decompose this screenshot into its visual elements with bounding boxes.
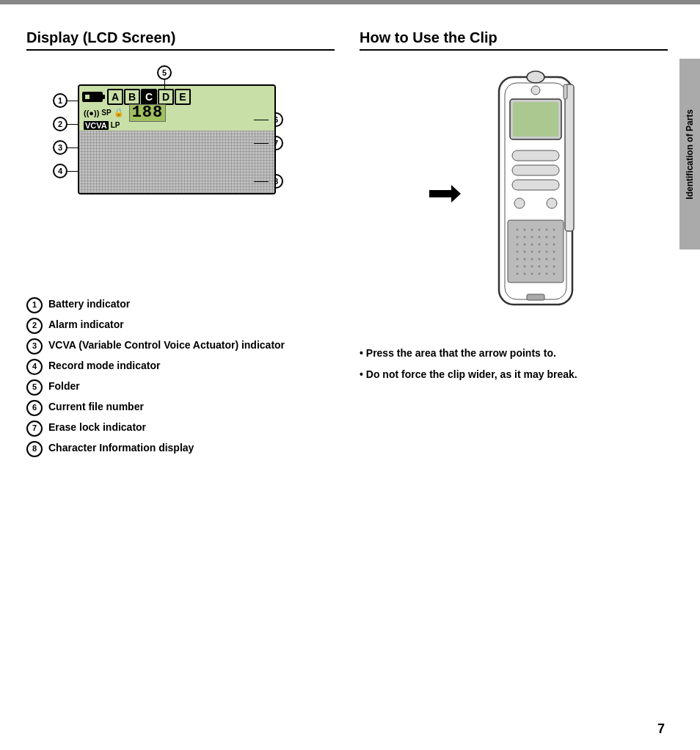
svg-point-30 [517, 251, 519, 253]
line-3 [68, 148, 78, 148]
svg-rect-7 [512, 165, 559, 175]
desc-text-4: Record mode indicator [48, 359, 160, 374]
svg-point-19 [524, 236, 526, 239]
callout-2: 2 [53, 117, 68, 131]
callout-5: 5 [157, 65, 172, 80]
desc-num-6: 6 [26, 400, 43, 416]
desc-item-2: 2 Alarm indicator [26, 318, 335, 334]
svg-point-12 [517, 229, 519, 231]
svg-point-36 [517, 258, 519, 261]
desc-text-5: Folder [48, 379, 80, 394]
svg-point-35 [553, 251, 555, 253]
svg-point-9 [514, 198, 525, 208]
svg-point-28 [546, 244, 548, 246]
svg-point-14 [531, 229, 533, 231]
folder-a: A [107, 89, 123, 105]
desc-num-8: 8 [26, 441, 43, 457]
svg-point-16 [546, 229, 548, 231]
line-1 [68, 101, 78, 101]
lcd-display-area: A B C D E ((●)) SP 🔒 188 VCVA [79, 86, 274, 134]
svg-rect-8 [512, 180, 559, 190]
desc-num-4: 4 [26, 359, 43, 375]
svg-point-57 [531, 86, 540, 95]
svg-point-43 [524, 266, 526, 268]
svg-point-37 [524, 258, 526, 261]
svg-rect-6 [512, 150, 559, 161]
svg-point-20 [531, 236, 533, 239]
lp-text: LP [111, 121, 120, 129]
svg-rect-55 [564, 84, 567, 99]
line-6 [254, 120, 269, 120]
page-number: 7 [657, 721, 665, 737]
instruction-1: • Press the area that the arrow points t… [360, 344, 668, 363]
battery-icon [82, 92, 103, 102]
svg-point-46 [546, 266, 548, 268]
desc-item-8: 8 Character Information display [26, 441, 335, 457]
svg-point-39 [539, 258, 541, 261]
left-column: Display (LCD Screen) 1 2 3 4 5 6 7 8 [26, 29, 335, 462]
lcd-screen: A B C D E ((●)) SP 🔒 188 VCVA [78, 84, 276, 194]
svg-rect-54 [565, 84, 574, 231]
svg-point-45 [539, 266, 541, 268]
svg-point-3 [527, 71, 544, 83]
desc-item-3: 3 VCVA (Variable Control Voice Actuator)… [26, 338, 335, 354]
right-column: How to Use the Clip [360, 29, 668, 387]
desc-item-5: 5 Folder [26, 379, 335, 396]
svg-point-50 [531, 273, 533, 275]
folder-d: D [158, 89, 174, 105]
lcd-speaker-grid [79, 131, 274, 193]
desc-num-2: 2 [26, 318, 43, 334]
desc-item-6: 6 Current file number [26, 400, 335, 416]
svg-point-53 [553, 273, 555, 275]
svg-point-29 [553, 244, 555, 246]
desc-text-6: Current file number [48, 400, 144, 415]
svg-point-27 [539, 244, 541, 246]
lcd-row2: ((●)) SP 🔒 188 [82, 106, 271, 120]
svg-point-24 [517, 244, 519, 246]
svg-point-40 [546, 258, 548, 261]
line-4 [68, 171, 78, 172]
desc-text-2: Alarm indicator [48, 318, 124, 332]
callout-1: 1 [53, 93, 68, 108]
svg-rect-56 [527, 294, 544, 300]
desc-text-3: VCVA (Variable Control Voice Actuator) i… [48, 338, 285, 353]
svg-point-31 [524, 251, 526, 253]
folder-e: E [175, 89, 191, 105]
desc-text-1: Battery indicator [48, 297, 130, 312]
svg-marker-0 [429, 185, 461, 203]
svg-point-47 [553, 266, 555, 268]
arrow-area [426, 179, 462, 211]
svg-rect-5 [513, 102, 558, 136]
lcd-row1: A B C D E [82, 87, 271, 106]
sidebar-label: Identification of Parts [685, 109, 695, 200]
svg-point-13 [524, 229, 526, 231]
svg-point-25 [524, 244, 526, 246]
device-area [360, 62, 668, 327]
sidebar-tab: Identification of Parts [679, 59, 700, 250]
svg-point-41 [553, 258, 555, 261]
svg-point-34 [546, 251, 548, 253]
svg-point-15 [539, 229, 541, 231]
desc-item-1: 1 Battery indicator [26, 297, 335, 313]
svg-point-48 [517, 273, 519, 275]
svg-point-51 [539, 273, 541, 275]
svg-point-52 [546, 273, 548, 275]
line-8 [254, 181, 269, 182]
device-svg [470, 62, 602, 327]
desc-text-7: Erase lock indicator [48, 420, 146, 435]
desc-item-4: 4 Record mode indicator [26, 359, 335, 375]
desc-item-7: 7 Erase lock indicator [26, 420, 335, 437]
alarm-icon: ((●)) [84, 109, 99, 117]
svg-point-18 [517, 236, 519, 239]
svg-point-42 [517, 266, 519, 268]
vcva-text: VCVA [84, 121, 109, 130]
svg-point-44 [531, 266, 533, 268]
left-section-title: Display (LCD Screen) [26, 29, 335, 51]
arrow-icon [426, 179, 462, 208]
top-accent-bar [0, 0, 700, 4]
svg-point-10 [547, 198, 557, 208]
line-2 [68, 124, 78, 125]
svg-point-17 [553, 229, 555, 231]
lock-icon: 🔒 [114, 108, 124, 117]
desc-num-7: 7 [26, 420, 43, 437]
